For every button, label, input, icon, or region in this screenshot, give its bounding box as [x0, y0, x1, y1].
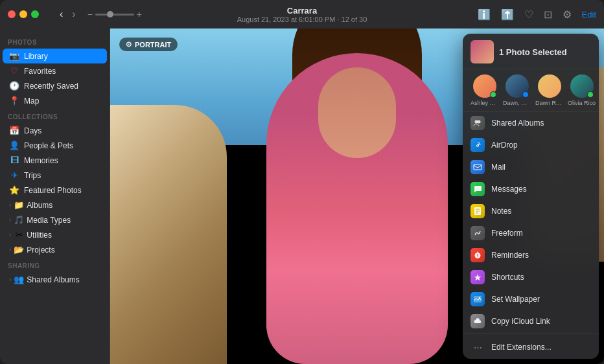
person-face: [318, 67, 396, 158]
contact-olivia-rico[interactable]: Olivia Rico: [568, 74, 596, 106]
projects-label: Projects: [27, 245, 54, 255]
close-button[interactable]: [8, 10, 16, 18]
mail-icon: [470, 160, 485, 174]
share-menu-notes[interactable]: Notes: [463, 200, 599, 222]
shared-albums-arrow: ›: [9, 276, 11, 283]
contact-ashley-rico[interactable]: Ashley Rico: [470, 74, 499, 106]
back-button[interactable]: ‹: [57, 7, 65, 21]
maximize-button[interactable]: [31, 10, 39, 18]
edit-extensions-icon: ⋯: [470, 340, 485, 354]
utilities-label: Utilities: [27, 231, 52, 240]
notes-icon: [470, 204, 485, 218]
sidebar-item-utilities[interactable]: › ✂ Utilities: [3, 227, 107, 242]
albums-icon: 📁: [14, 200, 24, 210]
share-menu-set-wallpaper[interactable]: Set Wallpaper: [463, 288, 599, 310]
sidebar-section-sharing: Sharing: [0, 257, 110, 272]
sidebar-item-favorites[interactable]: ♡ Favorites: [3, 63, 107, 78]
sidebar-item-map[interactable]: 📍 Map: [3, 93, 107, 108]
contact-name-1: Ashley Rico: [470, 100, 499, 106]
photo-area: ⊙ PORTRAIT 1 Photo Selected: [110, 28, 604, 364]
zoom-in-button[interactable]: +: [137, 9, 142, 19]
sidebar-item-trips[interactable]: ✈ Trips: [3, 168, 107, 183]
sidebar-item-memories[interactable]: 🎞 Memories: [3, 153, 107, 168]
media-types-arrow: ›: [9, 216, 11, 223]
share-icon[interactable]: ⬆️: [501, 8, 514, 21]
shared-albums-menu-label: Shared Albums: [491, 119, 544, 128]
shortcuts-icon: [470, 270, 485, 284]
notes-menu-label: Notes: [491, 207, 511, 216]
share-header-thumbnail: [470, 40, 494, 63]
sidebar-item-days[interactable]: 📅 Days: [3, 123, 107, 138]
people-icon: 👤: [9, 141, 19, 150]
sidebar-item-library[interactable]: 📷 Library: [3, 49, 107, 63]
edit-extensions-label: Edit Extensions...: [491, 343, 552, 352]
title-area: Carrara August 21, 2023 at 6:01:00 PM · …: [237, 6, 367, 23]
titlebar: ‹ › − + Carrara August 21, 2023 at 6:01:…: [0, 0, 604, 28]
edit-extensions-button[interactable]: ⋯ Edit Extensions...: [463, 336, 599, 359]
featured-icon: ⭐: [9, 185, 19, 195]
sidebar: Photos 📷 Library ♡ Favorites 🕐 Recently …: [0, 28, 110, 364]
contact-name-2: Dawn, Olivi...hers: [503, 100, 531, 106]
share-menu-reminders[interactable]: Reminders: [463, 244, 599, 266]
zoom-slider[interactable]: [95, 14, 134, 16]
sidebar-item-recently-saved[interactable]: 🕐 Recently Saved: [3, 78, 107, 93]
crop-icon[interactable]: ⊡: [544, 8, 552, 21]
main-content: Photos 📷 Library ♡ Favorites 🕐 Recently …: [0, 28, 604, 364]
share-menu-airdrop[interactable]: AirDrop: [463, 134, 599, 156]
minimize-button[interactable]: [19, 10, 27, 18]
share-panel-header: 1 Photo Selected: [463, 34, 599, 69]
share-panel: 1 Photo Selected Ashley Rico: [463, 34, 599, 359]
adjust-icon[interactable]: ⚙: [563, 8, 572, 21]
sidebar-item-people-pets[interactable]: 👤 People & Pets: [3, 138, 107, 153]
window-title: Carrara: [287, 6, 317, 16]
share-menu-shortcuts[interactable]: Shortcuts: [463, 266, 599, 288]
forward-button[interactable]: ›: [69, 7, 78, 21]
sidebar-section-collections: Collections: [0, 108, 110, 123]
library-icon: 📷: [9, 51, 19, 61]
edit-button[interactable]: Edit: [582, 10, 596, 19]
contact-avatar-img-3: [538, 74, 561, 98]
contact-dawn-olivia[interactable]: Dawn, Olivi...hers: [503, 74, 531, 106]
share-contacts: Ashley Rico Dawn, Olivi...hers Dawn: [463, 69, 599, 112]
share-menu-messages[interactable]: Messages: [463, 178, 599, 200]
media-types-icon: 🎵: [14, 215, 24, 225]
sidebar-item-albums[interactable]: › 📁 Albums: [3, 198, 107, 212]
heart-icon[interactable]: ♡: [524, 8, 533, 21]
share-menu-shared-albums[interactable]: Shared Albums: [463, 112, 599, 134]
utilities-arrow: ›: [9, 231, 11, 238]
reminders-menu-label: Reminders: [491, 251, 529, 260]
recently-saved-icon: 🕐: [9, 81, 19, 91]
toolbar-actions: ℹ️ ⬆️ ♡ ⊡ ⚙ Edit: [478, 8, 596, 21]
shared-albums-icon: [470, 116, 485, 130]
zoom-out-button[interactable]: −: [87, 9, 93, 19]
info-icon[interactable]: ℹ️: [478, 8, 491, 21]
set-wallpaper-menu-label: Set Wallpaper: [491, 295, 540, 304]
sidebar-item-media-types[interactable]: › 🎵 Media Types: [3, 212, 107, 227]
shared-albums-sidebar-label: Shared Albums: [27, 275, 79, 284]
messages-menu-label: Messages: [491, 185, 527, 194]
trips-icon: ✈: [9, 170, 19, 180]
favorites-icon: ♡: [9, 66, 19, 76]
media-types-label: Media Types: [27, 216, 71, 225]
sidebar-item-memories-label: Memories: [24, 156, 58, 165]
share-menu-copy-icloud[interactable]: Copy iCloud Link: [463, 310, 599, 332]
share-menu-freeform[interactable]: Freeform: [463, 222, 599, 244]
projects-arrow: ›: [9, 246, 11, 253]
sidebar-item-projects[interactable]: › 📂 Projects: [3, 242, 107, 257]
app-window: ‹ › − + Carrara August 21, 2023 at 6:01:…: [0, 0, 604, 364]
contact-avatar-3: [538, 74, 561, 98]
contact-avatar-4: [570, 74, 594, 98]
wallpaper-icon: [470, 292, 485, 306]
sidebar-item-shared-albums[interactable]: › 👥 Shared Albums: [3, 272, 107, 287]
shortcuts-menu-label: Shortcuts: [491, 273, 524, 282]
albums-label: Albums: [27, 201, 52, 210]
zoom-thumb: [107, 11, 113, 17]
sidebar-item-featured-photos[interactable]: ⭐ Featured Photos: [3, 183, 107, 198]
zoom-control: − +: [87, 9, 142, 19]
shared-albums-sidebar-icon: 👥: [14, 275, 24, 284]
projects-icon: 📂: [14, 245, 24, 255]
portrait-icon: ⊙: [126, 40, 132, 49]
window-subtitle: August 21, 2023 at 6:01:00 PM · 12 of 30: [237, 16, 367, 23]
contact-dawn-ramirez[interactable]: Dawn Ramirez: [535, 74, 564, 106]
share-menu-mail[interactable]: Mail: [463, 156, 599, 178]
